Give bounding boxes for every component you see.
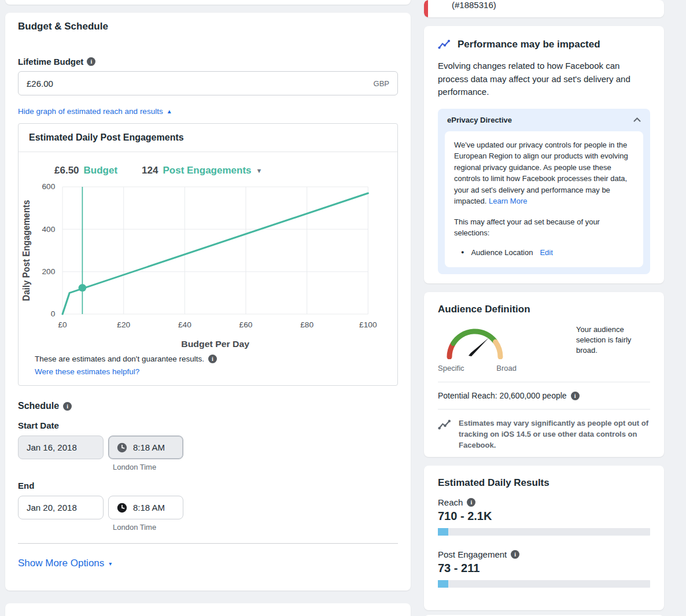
stat-engagement-label: Post Engagements <box>163 165 251 176</box>
eprivacy-body: We've updated our privacy controls for p… <box>445 131 643 268</box>
svg-text:£60: £60 <box>239 320 253 329</box>
currency-label: GBP <box>374 79 389 88</box>
estimate-chart-card: Estimated Daily Post Engagements £6.50 B… <box>18 123 398 386</box>
info-icon[interactable]: i <box>571 392 580 400</box>
hide-graph-link[interactable]: Hide graph of estimated reach and result… <box>18 107 163 116</box>
stat-budget-label: Budget <box>84 165 118 176</box>
start-date-field[interactable]: Jan 16, 2018 <box>18 436 104 459</box>
error-stripe <box>424 0 428 17</box>
ad-set-reference: (#1885316) <box>452 0 496 10</box>
svg-text:£0: £0 <box>58 320 67 329</box>
clock-icon <box>117 503 127 513</box>
bullet-item-label: Audience Location <box>471 247 533 259</box>
section-divider <box>18 543 398 544</box>
stat-budget-value: £6.50 <box>54 165 79 176</box>
gauge-needle <box>469 338 489 356</box>
svg-text:0: 0 <box>51 310 56 319</box>
info-icon[interactable]: i <box>87 57 95 66</box>
edit-link[interactable]: Edit <box>540 247 552 259</box>
end-time-field[interactable]: 8:18 AM <box>108 496 183 519</box>
expand-arrow-icon[interactable]: ▾ <box>109 560 112 567</box>
end-timezone-label: London Time <box>113 523 398 532</box>
chart-title: Estimated Daily Post Engagements <box>19 124 397 152</box>
chart-stats-row: £6.50 Budget 124 Post Engagements ▼ <box>54 165 397 176</box>
metric-dropdown-icon[interactable]: ▼ <box>256 167 263 174</box>
engagement-value: 73 - 211 <box>438 562 650 575</box>
info-icon[interactable]: i <box>63 402 72 411</box>
info-icon[interactable]: i <box>467 498 475 507</box>
learn-more-link[interactable]: Learn More <box>489 197 527 205</box>
start-timezone-label: London Time <box>113 463 398 471</box>
lifetime-budget-label: Lifetime Budget i <box>18 57 398 67</box>
budget-schedule-card: Budget & Schedule Lifetime Budget i £26.… <box>5 13 411 591</box>
ios-tracking-note: Estimates may vary significantly as peop… <box>459 418 650 451</box>
info-icon[interactable]: i <box>511 550 519 559</box>
end-date-field[interactable]: Jan 20, 2018 <box>18 496 104 519</box>
potential-reach-text: Potential Reach: 20,600,000 people <box>438 391 567 400</box>
gauge-broad-label: Broad <box>496 364 517 372</box>
audience-selection-text: Your audience selection is fairly broad. <box>576 324 650 372</box>
end-date-label: End <box>18 481 398 490</box>
svg-text:600: 600 <box>42 183 55 191</box>
engagement-bar-track <box>438 580 650 588</box>
audience-definition-card: Audience Definition Specific Broad Your … <box>424 292 664 457</box>
svg-text:Daily Post Engagements: Daily Post Engagements <box>21 200 31 301</box>
svg-text:£100: £100 <box>359 320 377 329</box>
show-more-options-link[interactable]: Show More Options <box>18 558 104 569</box>
estimated-daily-results-title: Estimated Daily Results <box>438 477 650 489</box>
engagement-bar-fill <box>438 580 448 588</box>
svg-text:£80: £80 <box>300 320 314 329</box>
svg-text:400: 400 <box>42 225 55 234</box>
eprivacy-affect-line: This may affect your ad set because of y… <box>454 216 634 239</box>
performance-warning-card: Performance may be impacted Evolving cha… <box>424 26 664 283</box>
reach-label-row: Reach i <box>438 497 650 507</box>
svg-text:£40: £40 <box>178 320 191 329</box>
svg-text:200: 200 <box>42 268 55 276</box>
schedule-label: Schedule i <box>18 401 398 411</box>
svg-text:Budget Per Day: Budget Per Day <box>181 339 249 349</box>
chevron-up-icon[interactable] <box>633 117 641 122</box>
svg-text:£20: £20 <box>117 320 130 329</box>
reach-bar-track <box>438 528 650 536</box>
audience-gauge <box>438 323 517 359</box>
clock-icon <box>117 442 127 453</box>
engagement-label-row: Post Engagement i <box>438 549 650 559</box>
reach-bar-fill <box>438 528 448 536</box>
gauge-specific-label: Specific <box>438 364 464 372</box>
previous-section-card-edge <box>5 0 411 5</box>
performance-warning-title: Performance may be impacted <box>458 39 600 50</box>
bullet-icon: ● <box>461 249 464 257</box>
eprivacy-section: ePrivacy Directive We've updated our pri… <box>438 109 650 275</box>
audience-definition-title: Audience Definition <box>438 304 650 315</box>
chart-disclaimer: These are estimates and don't guarantee … <box>35 355 204 363</box>
ad-set-reference-card: (#1885316) <box>424 0 664 17</box>
estimated-daily-results-card: Estimated Daily Results Reach i 710 - 2.… <box>424 466 664 610</box>
estimates-helpful-link[interactable]: Were these estimates helpful? <box>35 367 139 376</box>
performance-warning-body: Evolving changes related to how Facebook… <box>438 60 650 99</box>
trend-line-icon <box>438 39 451 50</box>
start-date-label: Start Date <box>18 420 398 430</box>
eprivacy-title: ePrivacy Directive <box>447 116 512 124</box>
stat-engagement-value: 124 <box>142 165 158 176</box>
trend-line-gray-icon <box>438 419 452 431</box>
budget-value: £26.00 <box>27 79 374 88</box>
start-time-field[interactable]: 8:18 AM <box>108 436 183 459</box>
budget-schedule-title: Budget & Schedule <box>18 21 398 32</box>
collapse-arrow-icon[interactable]: ▲ <box>167 108 172 115</box>
info-icon[interactable]: i <box>208 355 217 363</box>
next-section-card-edge <box>5 603 411 616</box>
reach-value: 710 - 2.1K <box>438 510 650 523</box>
lifetime-budget-input[interactable]: £26.00 GBP <box>18 71 398 95</box>
engagement-chart: 0200400600£0£20£40£60£80£100Budget Per D… <box>19 180 397 353</box>
